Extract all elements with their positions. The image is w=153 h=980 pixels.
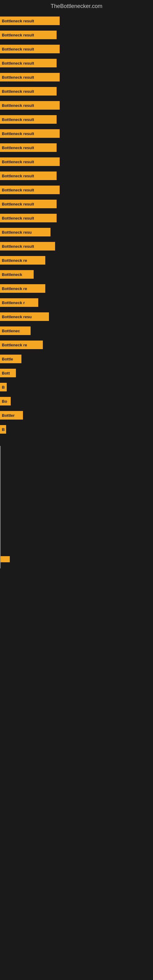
- bar-row: Bottleneck re: [0, 338, 153, 352]
- bar-row: Bottleneck result: [0, 169, 153, 183]
- bar-wrapper: Bottleneck resu: [0, 227, 51, 237]
- bar-wrapper: Bo: [0, 396, 11, 406]
- result-bar: Bottleneck result: [0, 30, 57, 39]
- bars-container: Bottleneck resultBottleneck resultBottle…: [0, 11, 153, 440]
- bar-wrapper: Bottleneck: [0, 269, 33, 279]
- bar-row: Bottleneck result: [0, 70, 153, 84]
- result-bar: Bottle: [0, 355, 21, 363]
- bar-label: Bottleneck result: [2, 131, 34, 136]
- bar-wrapper: Bottleneck result: [0, 171, 57, 181]
- bar-wrapper: Bottler: [0, 410, 23, 420]
- bar-wrapper: Bottleneck result: [0, 143, 57, 153]
- bar-label: Bottleneck resu: [2, 315, 32, 319]
- result-bar: Bo: [0, 397, 11, 406]
- bar-label: Bottler: [2, 413, 15, 418]
- bar-wrapper: Bottleneck result: [0, 44, 60, 54]
- result-bar: B: [0, 383, 7, 391]
- result-bar: Bottleneck re: [0, 340, 43, 349]
- bar-row: Bottleneck result: [0, 240, 153, 253]
- bar-row: Bo: [0, 395, 153, 408]
- bar-row: Bottleneck re: [0, 254, 153, 267]
- bar-wrapper: Bottleneck r: [0, 298, 38, 307]
- bar-wrapper: Bottleneck result: [0, 58, 57, 68]
- bar-wrapper: Bottlenec: [0, 326, 30, 336]
- bar-label: Bottleneck resu: [2, 230, 32, 235]
- bar-row: Bottleneck result: [0, 42, 153, 56]
- bar-label: Bottleneck r: [2, 301, 25, 305]
- result-bar: Bottleneck result: [0, 129, 60, 138]
- bar-wrapper: B: [0, 425, 6, 434]
- bar-label: Bo: [2, 399, 7, 404]
- bar-wrapper: Bottleneck result: [0, 185, 60, 195]
- bar-label: Bottleneck result: [2, 145, 34, 150]
- bar-row: Bottleneck result: [0, 28, 153, 41]
- result-bar: Bottleneck result: [0, 59, 57, 67]
- bar-row: Bottleneck result: [0, 197, 153, 211]
- bar-wrapper: Bott: [0, 368, 16, 378]
- result-bar: Bottleneck: [0, 270, 33, 279]
- bar-label: Bottleneck result: [2, 47, 34, 51]
- result-bar: Bottleneck result: [0, 172, 57, 180]
- bar-wrapper: Bottleneck result: [0, 115, 57, 124]
- result-bar: Bottleneck result: [0, 87, 57, 95]
- bar-label: Bottleneck result: [2, 159, 34, 164]
- bar-row: Bottleneck r: [0, 296, 153, 309]
- bar-row: Bottleneck result: [0, 127, 153, 140]
- bar-row: Bottleneck resu: [0, 310, 153, 323]
- bar-row: Bottleneck re: [0, 282, 153, 295]
- bar-label: Bottleneck result: [2, 188, 34, 192]
- result-bar: Bottler: [0, 411, 23, 420]
- bar-row: Bottleneck result: [0, 183, 153, 197]
- result-bar: Bottleneck result: [0, 186, 60, 194]
- bar-wrapper: Bottleneck result: [0, 241, 55, 251]
- bar-wrapper: Bottleneck result: [0, 30, 57, 40]
- bar-wrapper: Bottleneck result: [0, 100, 60, 110]
- result-bar: Bottleneck result: [0, 115, 57, 124]
- bar-row: Bottleneck: [0, 268, 153, 281]
- bar-wrapper: Bottleneck re: [0, 340, 43, 350]
- bar-label: Bottleneck result: [2, 19, 34, 23]
- bar-wrapper: Bottleneck re: [0, 255, 45, 265]
- bar-wrapper: Bottleneck result: [0, 72, 60, 82]
- bar-row: B: [0, 380, 153, 394]
- bar-row: Bottleneck result: [0, 155, 153, 169]
- result-bar: Bottleneck result: [0, 158, 60, 166]
- bar-wrapper: B: [0, 382, 7, 392]
- bar-row: Bottleneck result: [0, 211, 153, 225]
- bar-label: Bottleneck: [2, 272, 22, 277]
- bar-label: B: [2, 385, 5, 390]
- bar-label: Bottleneck result: [2, 202, 34, 207]
- bar-label: Bottleneck result: [2, 103, 34, 108]
- result-bar: Bottleneck result: [0, 45, 60, 53]
- bar-row: Bottler: [0, 409, 153, 422]
- bar-row: Bottleneck result: [0, 113, 153, 126]
- bar-row: Bottleneck result: [0, 141, 153, 154]
- result-bar: Bottlenec: [0, 326, 30, 335]
- bar-label: Bott: [2, 371, 10, 375]
- bar-label: Bottleneck result: [2, 75, 34, 80]
- bar-label: Bottleneck result: [2, 89, 34, 94]
- result-bar: Bottleneck result: [0, 16, 60, 25]
- result-bar: Bottleneck result: [0, 143, 57, 152]
- bar-wrapper: Bottleneck result: [0, 157, 60, 167]
- bar-row: Bottleneck result: [0, 14, 153, 27]
- bar-label: Bottleneck re: [2, 286, 27, 291]
- result-bar: Bottleneck resu: [0, 312, 49, 321]
- bar-row: Bottlenec: [0, 324, 153, 337]
- result-bar: Bottleneck r: [0, 298, 38, 307]
- bar-label: Bottleneck result: [2, 216, 34, 221]
- bar-row: Bottleneck resu: [0, 225, 153, 239]
- bar-label: Bottleneck result: [2, 61, 34, 65]
- page-wrapper: TheBottlenecker.com Bottleneck resultBot…: [0, 0, 153, 568]
- bar-label: Bottleneck re: [2, 258, 27, 263]
- bar-label: Bottleneck result: [2, 244, 34, 249]
- bar-wrapper: Bottleneck result: [0, 16, 60, 26]
- bar-row: Bottleneck result: [0, 84, 153, 98]
- result-bar: Bottleneck re: [0, 256, 45, 265]
- bar-wrapper: Bottleneck resu: [0, 312, 49, 321]
- result-bar: Bottleneck result: [0, 214, 57, 222]
- bar-label: Bottlenec: [2, 329, 20, 333]
- bar-label: Bottleneck result: [2, 173, 34, 178]
- result-bar: B: [0, 425, 6, 434]
- bar-wrapper: Bottleneck result: [0, 213, 57, 223]
